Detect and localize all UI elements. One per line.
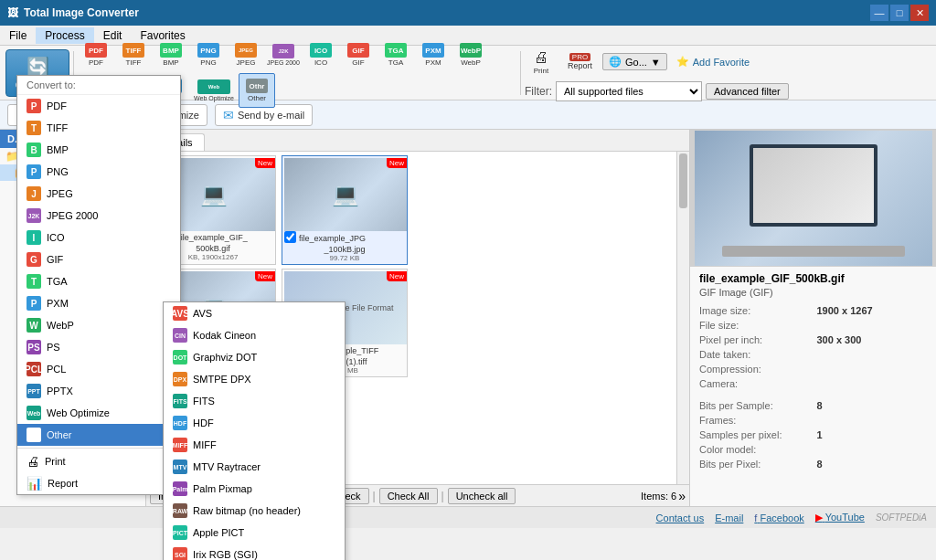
close-button[interactable]: ✕ (910, 5, 929, 21)
filter-row: 🌐 Go... ▼ ⭐ Add Favorite (602, 53, 755, 70)
report-button[interactable]: PRO Report (561, 50, 599, 73)
pict-icon: PICT (173, 525, 187, 540)
contact-link[interactable]: Contact us (656, 512, 705, 523)
menu-to-bmp[interactable]: B BMP (17, 139, 180, 161)
file-check-jpg[interactable] (284, 231, 296, 243)
menu-to-pxm[interactable]: P PXM (17, 292, 180, 314)
webopt-icon: Web (27, 406, 41, 420)
menu-to-webp[interactable]: W WebP (17, 314, 180, 336)
menu-to-tiff[interactable]: T TIFF (17, 117, 180, 139)
sub-hdf-label: HDF (193, 417, 214, 428)
menu-divider-1 (17, 448, 180, 449)
sub-pict[interactable]: PICT Apple PICT (164, 522, 345, 544)
format-tiff[interactable]: TIFF TIFF (115, 37, 152, 72)
sub-avs-label: AVS (193, 308, 212, 319)
menu-to-weboptimize[interactable]: Web Web Optimize (17, 402, 180, 424)
webp-icon: W (27, 318, 41, 333)
other-submenu-panel: AVS AVS CIN Kodak Cineon DOT Graphviz DO… (163, 301, 346, 560)
fits-icon: FITS (173, 394, 187, 408)
format-webp[interactable]: WebP WebP (452, 37, 489, 72)
scroll-more-button[interactable]: » (678, 489, 686, 503)
miff-icon: MIFF (173, 438, 187, 452)
pxm-icon: P (27, 296, 41, 311)
file-size-label: File size: (699, 320, 810, 331)
statusbar: Contact us E-mail f Facebook ▶ YouTube S… (0, 506, 936, 528)
facebook-link[interactable]: f Facebook (754, 512, 803, 523)
format-tga[interactable]: TGA TGA (378, 37, 414, 72)
menu-to-gif[interactable]: G GIF (17, 248, 180, 270)
menu-to-pcl[interactable]: PCL PCL (17, 358, 180, 380)
menu-to-png[interactable]: P PNG (17, 161, 180, 183)
format-png[interactable]: PNG PNG (190, 37, 227, 72)
menu-report[interactable]: 📊 Report (17, 472, 180, 494)
scrollbar-thumb[interactable] (679, 153, 687, 208)
sub-avs[interactable]: AVS AVS (164, 302, 345, 324)
menu-to-ps[interactable]: PS PS (17, 336, 180, 358)
format-ico[interactable]: ICO ICO (303, 37, 339, 72)
print-button[interactable]: 🖨 Print (525, 45, 558, 79)
add-favorite-button[interactable]: ⭐ Add Favorite (671, 54, 755, 69)
format-gif[interactable]: GIF GIF (340, 37, 377, 72)
items-label: Items: (641, 491, 668, 502)
sub-mtv-label: MTV Raytracer (193, 461, 261, 472)
menu-to-pptx[interactable]: PPT PPTX (17, 380, 180, 402)
titlebar-left: 🖼 Total Image Converter (7, 6, 139, 19)
format-jpeg[interactable]: JPEG JPEG (228, 37, 264, 72)
sub-palm[interactable]: Palm Palm Pixmap (164, 478, 345, 500)
menu-to-jpeg[interactable]: J JPEG (17, 183, 180, 205)
format-pxm[interactable]: PXM PXM (415, 37, 452, 72)
maximize-button[interactable]: □ (890, 5, 909, 21)
menu-to-ico[interactable]: I ICO (17, 227, 180, 248)
advanced-filter-button[interactable]: Advanced filter (706, 83, 789, 100)
filter-select[interactable]: All supported files (556, 81, 702, 101)
titlebar: 🖼 Total Image Converter — □ ✕ (0, 0, 936, 26)
file-name-jpg: file_example_JPG (299, 234, 366, 243)
uncheck-all-button[interactable]: Uncheck all (448, 488, 516, 504)
sub-cineon[interactable]: CIN Kodak Cineon (164, 324, 345, 346)
new-badge-tiff: New (387, 271, 407, 281)
scrollbar[interactable] (676, 152, 689, 484)
format-bmp[interactable]: BMP BMP (153, 37, 189, 72)
format-other[interactable]: Othr Other (239, 73, 275, 108)
sub-cineon-label: Kodak Cineon (193, 330, 256, 341)
send-email-label: Send by e-mail (238, 110, 304, 121)
menu-file[interactable]: File (0, 27, 36, 44)
sub-dpx[interactable]: DPX SMTPE DPX (164, 368, 345, 390)
sub-sgi[interactable]: SGI Irix RGB (SGI) (164, 544, 345, 560)
toolbar-sep-2 (520, 51, 521, 95)
menu-report-label: Report (48, 478, 78, 489)
menu-to-pdf[interactable]: P PDF (17, 95, 180, 117)
items-count-area: Items: 6 (641, 491, 676, 502)
image-size-value: 1900 x 1267 (817, 305, 928, 316)
sub-pict-label: Apple PICT (193, 527, 244, 538)
preview-filename: file_example_GIF_500kB.gif (699, 272, 927, 285)
menu-to-other[interactable]: Othr Other ▶ (17, 424, 180, 446)
file-thumb-img-jpg: New (284, 158, 407, 231)
pptx-icon: PPT (27, 384, 41, 398)
menu-to-tga[interactable]: T TGA (17, 270, 180, 292)
email-icon: ✉ (223, 108, 234, 122)
file-thumb-jpg[interactable]: New file_example_JPG _100kB.jpg 99.72 KB (282, 155, 408, 265)
menu-pptx-label: PPTX (47, 386, 73, 396)
sub-hdf[interactable]: HDF HDF (164, 412, 345, 434)
sub-dot[interactable]: DOT Graphviz DOT (164, 346, 345, 368)
sub-fits[interactable]: FITS FITS (164, 390, 345, 412)
youtube-link[interactable]: ▶ YouTube (815, 512, 865, 523)
minimize-button[interactable]: — (870, 5, 888, 21)
sub-miff[interactable]: MIFF MIFF (164, 434, 345, 456)
go-button[interactable]: 🌐 Go... ▼ (602, 53, 667, 70)
menu-print[interactable]: 🖨 Print (17, 450, 180, 472)
sub-mtv[interactable]: MTV MTV Raytracer (164, 456, 345, 478)
softpedia-logo: SOFTPEDiA (876, 512, 927, 523)
format-weboptimize[interactable]: Web Web Optimize (190, 73, 238, 108)
menu-to-jpeg2000[interactable]: J2K JPEG 2000 (17, 205, 180, 227)
preview-image-area (690, 130, 936, 267)
format-jpeg2000[interactable]: J2K JPEG 2000 (265, 37, 302, 72)
png-icon: P (27, 164, 41, 179)
sub-raw[interactable]: RAW Raw bitmap (no header) (164, 500, 345, 522)
email-link[interactable]: E-mail (715, 512, 743, 523)
adv-filter-label: Advanced filter (714, 86, 781, 97)
check-all-button[interactable]: Check All (379, 488, 438, 504)
format-pdf[interactable]: PDF PDF (78, 37, 114, 72)
sgi-icon: SGI (173, 547, 187, 560)
